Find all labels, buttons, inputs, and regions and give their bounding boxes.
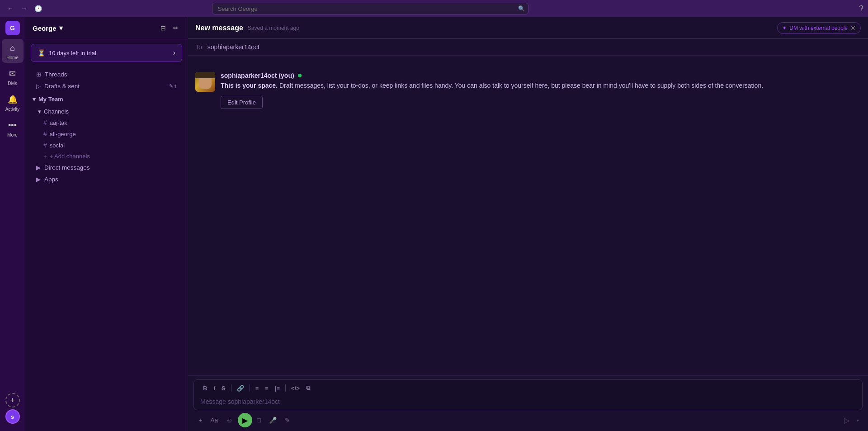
sidebar-item-activity[interactable]: 🔔 Activity bbox=[2, 90, 24, 114]
italic-button[interactable]: I bbox=[211, 383, 218, 393]
send-button[interactable]: ▷ bbox=[840, 414, 853, 426]
cursor-action-button[interactable]: ▶ bbox=[238, 413, 252, 427]
drafts-sent-label: Drafts & sent bbox=[44, 83, 80, 90]
channel-name: social bbox=[50, 142, 65, 149]
more-label: More bbox=[7, 133, 18, 137]
section-channels[interactable]: ▾ Channels bbox=[25, 104, 188, 117]
sidebar-item-dms[interactable]: ✉ DMs bbox=[2, 65, 24, 89]
link-button[interactable]: 🔗 bbox=[234, 383, 247, 393]
main-content: New message Saved a moment ago ✦ DM with… bbox=[188, 17, 868, 431]
compose-area: B I S 🔗 ≡ ≡ |≡ </> ⧉ + Aa ☺ bbox=[188, 375, 868, 431]
sender-name: sophiaparker14oct (you) bbox=[221, 72, 294, 79]
avatar bbox=[195, 72, 215, 92]
to-value: sophiaparker14oct bbox=[208, 43, 259, 51]
message-header: New message Saved a moment ago ✦ DM with… bbox=[188, 17, 868, 39]
files-button[interactable]: □ bbox=[254, 414, 264, 426]
hash-icon: # bbox=[43, 130, 47, 137]
edit-profile-button[interactable]: Edit Profile bbox=[221, 96, 263, 109]
back-button[interactable]: ← bbox=[5, 3, 16, 14]
compose-button[interactable]: ✏ bbox=[171, 23, 180, 33]
history-button[interactable]: 🕐 bbox=[32, 3, 45, 14]
toolbar-divider bbox=[231, 384, 231, 392]
chevron-right-icon: ▶ bbox=[36, 176, 41, 183]
sidebar-item-more[interactable]: ••• More bbox=[2, 116, 24, 140]
activity-icon: 🔔 bbox=[6, 93, 19, 106]
bold-button[interactable]: B bbox=[200, 383, 210, 393]
threads-icon: ⊞ bbox=[36, 71, 41, 78]
sidebar-header: George ▾ ⊟ ✏ bbox=[25, 17, 188, 39]
top-bar: ← → 🕐 🔍 ? bbox=[0, 0, 868, 17]
nav-item-threads[interactable]: ⊞ Threads bbox=[29, 69, 184, 80]
nav-item-apps[interactable]: ▶ Apps bbox=[29, 174, 184, 185]
chevron-down-icon: ▾ bbox=[33, 96, 36, 103]
shortcut-button[interactable]: ✎ bbox=[282, 414, 293, 426]
unordered-list-button[interactable]: ≡ bbox=[262, 383, 271, 393]
user-avatar[interactable]: s bbox=[5, 409, 20, 424]
send-dropdown-button[interactable]: ▾ bbox=[855, 416, 861, 425]
code-block-button[interactable]: ⧉ bbox=[303, 383, 313, 393]
help-icon[interactable]: ? bbox=[859, 4, 863, 14]
add-workspace-button[interactable]: + bbox=[5, 393, 20, 407]
channel-item-all-george[interactable]: # all-george bbox=[29, 128, 184, 139]
plus-icon: + bbox=[43, 153, 47, 160]
section-my-team[interactable]: ▾ My Team bbox=[25, 92, 188, 104]
home-icon: ⌂ bbox=[6, 42, 19, 54]
filter-button[interactable]: ⊟ bbox=[159, 23, 168, 33]
search-input[interactable] bbox=[212, 3, 528, 14]
ordered-list-button[interactable]: ≡ bbox=[253, 383, 262, 393]
apps-label: Apps bbox=[44, 176, 58, 183]
dm-external-icon: ✦ bbox=[782, 25, 787, 31]
direct-messages-label: Direct messages bbox=[44, 164, 90, 171]
channels-label: Channels bbox=[44, 108, 69, 115]
hash-icon: # bbox=[43, 142, 47, 149]
compose-toolbar: B I S 🔗 ≡ ≡ |≡ </> ⧉ bbox=[198, 383, 858, 393]
dm-external-button[interactable]: ✦ DM with external people ✕ bbox=[777, 22, 861, 34]
blockquote-button[interactable]: |≡ bbox=[272, 383, 283, 393]
chevron-right-icon: ▶ bbox=[36, 164, 41, 171]
message-body: Draft messages, list your to-dos, or kee… bbox=[278, 82, 763, 89]
attach-plus-button[interactable]: + bbox=[195, 414, 205, 426]
sidebar-nav: ⊞ Threads ▷ Drafts & sent ✎ 1 ▾ My Team bbox=[25, 66, 188, 431]
toolbar-divider bbox=[285, 384, 286, 392]
new-message-title: New message bbox=[195, 24, 243, 32]
voice-button[interactable]: 🎤 bbox=[266, 414, 280, 426]
dm-external-label: DM with external people bbox=[789, 25, 848, 31]
sidebar-header-actions: ⊟ ✏ bbox=[159, 23, 180, 33]
workspace-icon[interactable]: G bbox=[5, 21, 20, 35]
channel-name: all-george bbox=[50, 131, 76, 137]
nav-item-drafts-sent[interactable]: ▷ Drafts & sent ✎ 1 bbox=[29, 81, 184, 92]
toolbar-divider bbox=[250, 384, 250, 392]
message-text: This is your space. Draft messages, list… bbox=[221, 81, 861, 90]
compose-input[interactable] bbox=[198, 396, 858, 407]
edit-icon: ✎ bbox=[169, 83, 173, 89]
add-channels[interactable]: + + Add channels bbox=[29, 151, 184, 161]
to-field: To: sophiaparker14oct bbox=[188, 39, 868, 56]
drafts-badge: ✎ 1 bbox=[169, 83, 177, 89]
nav-item-direct-messages[interactable]: ▶ Direct messages bbox=[29, 162, 184, 173]
sidebar-item-home[interactable]: ⌂ Home bbox=[2, 39, 24, 63]
dms-icon: ✉ bbox=[6, 67, 19, 80]
more-icon: ••• bbox=[6, 119, 19, 132]
channel-item-aaj-tak[interactable]: # aaj-tak bbox=[29, 117, 184, 128]
code-button[interactable]: </> bbox=[288, 383, 302, 393]
saved-time: Saved a moment ago bbox=[248, 25, 299, 31]
home-label: Home bbox=[6, 55, 19, 60]
compose-bottom-toolbar: + Aa ☺ ▶ □ 🎤 ✎ ▷ ▾ bbox=[193, 413, 863, 427]
emoji-button[interactable]: ☺ bbox=[223, 414, 236, 426]
trial-banner-left: ⏳ 10 days left in trial bbox=[38, 49, 96, 57]
channel-item-social[interactable]: # social bbox=[29, 140, 184, 151]
main-layout: G ⌂ Home ✉ DMs 🔔 Activity ••• More + s G… bbox=[0, 17, 868, 431]
strikethrough-button[interactable]: S bbox=[219, 383, 228, 393]
forward-button[interactable]: → bbox=[18, 3, 30, 14]
icon-sidebar: G ⌂ Home ✉ DMs 🔔 Activity ••• More + s bbox=[0, 17, 25, 431]
channel-name: aaj-tak bbox=[50, 119, 67, 126]
compose-input-wrapper: B I S 🔗 ≡ ≡ |≡ </> ⧉ bbox=[193, 379, 863, 410]
trial-text: 10 days left in trial bbox=[49, 50, 96, 57]
workspace-name[interactable]: George ▾ bbox=[33, 24, 63, 32]
nav-buttons: ← → 🕐 bbox=[5, 3, 45, 14]
text-format-button[interactable]: Aa bbox=[207, 414, 221, 426]
activity-label: Activity bbox=[5, 107, 20, 112]
trial-banner[interactable]: ⏳ 10 days left in trial › bbox=[31, 44, 182, 62]
close-icon[interactable]: ✕ bbox=[850, 24, 856, 32]
trial-chevron-icon: › bbox=[173, 49, 175, 57]
